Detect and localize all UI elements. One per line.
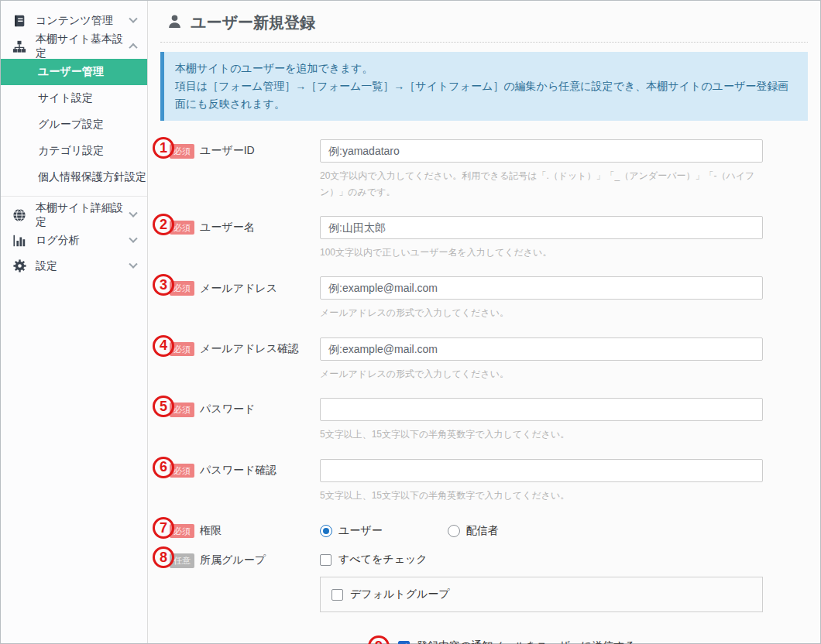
sidebar-item-site-basic-settings[interactable]: 本棚サイト基本設定 [1,33,147,59]
sidebar-item-group-settings[interactable]: グループ設定 [1,111,147,138]
radio-selected-icon[interactable] [320,525,332,537]
label-cell: 7 必須 権限 [160,519,320,538]
sidebar-item-label: 設定 [36,259,57,273]
user-registration-form: 1 必須 ユーザーID 20文字以内で入力してください。利用できる記号は「.（ド… [160,139,808,644]
chevron-down-icon [129,208,137,217]
email-confirm-input[interactable] [320,337,763,361]
form-row-role: 7 必須 権限 ユーザー 配信者 [160,519,808,538]
sidebar-item-label: 本棚サイト詳細設定 [36,201,130,229]
form-row-email-confirm: 4 必須 メールアドレス確認 メールアドレスの形式で入力してください。 [160,337,808,382]
form-row-groups: 8 任意 所属グループ すべてをチェック デフォルトグループ [160,549,808,612]
control-cell: 5文字以上、15文字以下の半角英数字で入力してください。 [320,398,763,442]
sidebar-item-label: ユーザー管理 [38,65,104,79]
check-all-label: すべてをチェック [338,553,428,567]
user-name-input[interactable] [320,216,763,239]
gear-icon [12,259,27,274]
checkbox-unchecked-icon[interactable] [320,554,331,566]
checkbox-unchecked-icon[interactable] [331,589,343,601]
sitemap-icon [12,39,27,54]
notify-checkbox-label: 登録内容の通知メールをユーザーに送信する [417,639,636,644]
sidebar-item-settings[interactable]: 設定 [1,253,147,279]
help-text: 20文字以内で入力してください。利用できる記号は「.（ドット）」「_（アンダーバ… [320,168,763,200]
globe-icon [12,207,27,223]
field-label: パスワード確認 [200,464,277,478]
field-label: メールアドレス [200,282,277,296]
help-text: 5文字以上、15文字以下の半角英数字で入力してください。 [320,426,763,442]
info-banner: 本棚サイトのユーザーを追加できます。 項目は［フォーム管理］→［フォーム一覧］→… [160,52,808,121]
form-row-notify: 9 登録内容の通知メールをユーザーに送信する [368,635,808,644]
user-id-input[interactable] [320,139,763,163]
form-row-user-id: 1 必須 ユーザーID 20文字以内で入力してください。利用できる記号は「.（ド… [160,139,808,200]
sidebar-item-label: 本棚サイト基本設定 [36,33,130,60]
password-confirm-input[interactable] [320,459,763,482]
main-content: ユーザー新規登録 本棚サイトのユーザーを追加できます。 項目は［フォーム管理］→… [148,1,820,643]
field-label: 所属グループ [200,553,266,567]
sidebar-item-label: カテゴリ設定 [38,144,104,158]
radio-label: 配信者 [466,524,499,538]
sidebar-item-label: ログ分析 [36,234,80,248]
sidebar-item-site-detail-settings[interactable]: 本棚サイト詳細設定 [1,202,147,228]
sidebar-item-site-settings[interactable]: サイト設定 [1,85,147,111]
sidebar-item-category-settings[interactable]: カテゴリ設定 [1,138,147,164]
sidebar-item-label: コンテンツ管理 [36,14,113,28]
field-label: 権限 [200,524,222,538]
control-cell: ユーザー 配信者 [320,519,763,538]
control-cell: メールアドレスの形式で入力してください。 [320,337,763,382]
radio-unselected-icon[interactable] [448,525,460,537]
help-text: 5文字以上、15文字以下の半角英数字で入力してください。 [320,488,763,503]
sidebar-item-label: 個人情報保護方針設定 [38,170,146,184]
sidebar-item-label: グループ設定 [38,118,104,132]
form-row-password-confirm: 6 必須 パスワード確認 5文字以上、15文字以下の半角英数字で入力してください… [160,459,808,503]
label-cell: 5 必須 パスワード [160,398,320,416]
page-header: ユーザー新規登録 [160,1,808,43]
control-cell: 100文字以内で正しいユーザー名を入力してください。 [320,216,763,260]
page-title: ユーザー新規登録 [191,12,315,33]
chevron-down-icon [129,259,137,268]
label-cell: 4 必須 メールアドレス確認 [160,337,320,356]
annotation-circle-4: 4 [153,335,174,357]
form-row-user-name: 2 必須 ユーザー名 100文字以内で正しいユーザー名を入力してください。 [160,216,808,260]
check-all-row[interactable]: すべてをチェック [320,549,763,567]
label-cell: 6 必須 パスワード確認 [160,459,320,478]
field-label: ユーザーID [200,144,255,158]
bar-chart-icon [12,233,27,248]
sidebar-item-content-management[interactable]: コンテンツ管理 [1,8,147,33]
chevron-down-icon [129,234,137,242]
label-cell: 8 任意 所属グループ [160,549,320,567]
annotation-circle-6: 6 [153,457,174,478]
group-list-box: デフォルトグループ [320,577,763,612]
help-text: メールアドレスの形式で入力してください。 [320,366,763,382]
label-cell: 2 必須 ユーザー名 [160,216,320,235]
radio-option-distributor[interactable]: 配信者 [448,524,499,538]
control-cell: すべてをチェック デフォルトグループ [320,549,763,612]
sidebar-item-user-management[interactable]: ユーザー管理 [1,59,147,85]
annotation-circle-9: 9 [368,635,390,644]
label-cell: 1 必須 ユーザーID [160,139,320,158]
password-input[interactable] [320,398,763,421]
form-row-email: 3 必須 メールアドレス メールアドレスの形式で入力してください。 [160,276,808,320]
sidebar-item-privacy-policy-settings[interactable]: 個人情報保護方針設定 [1,164,147,190]
chevron-down-icon [129,14,137,22]
radio-label: ユーザー [338,524,383,538]
help-text: メールアドレスの形式で入力してください。 [320,305,763,320]
group-item-row[interactable]: デフォルトグループ [331,587,751,601]
email-input[interactable] [320,276,763,300]
annotation-circle-7: 7 [153,517,174,539]
label-cell: 3 必須 メールアドレス [160,276,320,295]
sidebar: コンテンツ管理 本棚サイト基本設定 ユーザー管理 サイト設定 グループ設定 カテ… [1,1,148,643]
control-cell: メールアドレスの形式で入力してください。 [320,276,763,320]
radio-option-user[interactable]: ユーザー [320,524,383,538]
control-cell: 5文字以上、15文字以下の半角英数字で入力してください。 [320,459,763,503]
control-cell: 20文字以内で入力してください。利用できる記号は「.（ドット）」「_（アンダーバ… [320,139,763,200]
sidebar-item-log-analysis[interactable]: ログ分析 [1,228,147,253]
form-row-password: 5 必須 パスワード 5文字以上、15文字以下の半角英数字で入力してください。 [160,398,808,442]
sidebar-divider [1,196,147,197]
checkbox-checked-icon[interactable] [398,641,410,644]
field-label: ユーザー名 [200,221,255,235]
user-icon [167,13,183,33]
help-text: 100文字以内で正しいユーザー名を入力してください。 [320,245,763,260]
group-item-label: デフォルトグループ [350,587,450,601]
book-icon [12,13,27,29]
admin-page: コンテンツ管理 本棚サイト基本設定 ユーザー管理 サイト設定 グループ設定 カテ… [0,0,821,644]
info-line-1: 本棚サイトのユーザーを追加できます。 [175,60,797,77]
